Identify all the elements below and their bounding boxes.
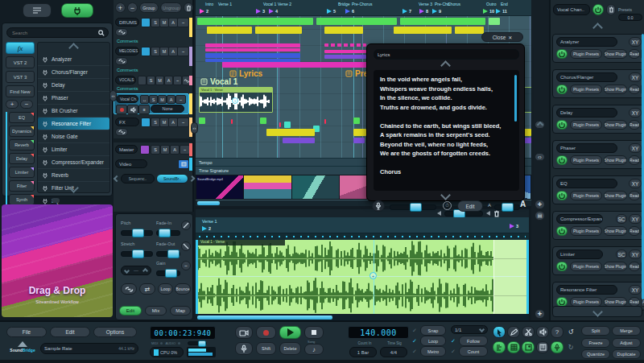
automation-button[interactable]: ~: [175, 95, 186, 104]
clip-green-small[interactable]: [199, 118, 205, 124]
browser-tab[interactable]: Find New: [6, 85, 35, 97]
timeline-marker-label[interactable]: Verse 1: [218, 2, 232, 6]
read-automation-button[interactable]: Read: [629, 49, 640, 59]
clip-purple-edge[interactable]: [524, 138, 531, 143]
loop-button[interactable]: Loop: [158, 283, 173, 295]
timeline-marker-flag[interactable]: 9: [432, 9, 441, 14]
solo-button[interactable]: S: [147, 76, 155, 85]
tabs-scroll-right[interactable]: [190, 174, 194, 184]
mute-button[interactable]: M: [155, 76, 164, 85]
comments-label[interactable]: Comments: [117, 39, 138, 43]
view-checkbox[interactable]: ✓Follow: [451, 336, 488, 346]
clip-green[interactable]: [316, 18, 397, 25]
track-input-toggle[interactable]: [141, 18, 151, 27]
plugin-list-item[interactable]: Reverb: [38, 169, 109, 182]
plugin-card[interactable]: EQ SC XY Plugin Presets Show Plugin Read…: [552, 175, 644, 204]
clip-action-button[interactable]: Freeze: [581, 338, 610, 348]
lyrics-sync-icon[interactable]: ⏱: [443, 201, 452, 210]
show-plugin-button[interactable]: Show Plugin: [604, 191, 627, 200]
arm-button[interactable]: A: [164, 76, 173, 85]
play-button[interactable]: [279, 326, 301, 339]
timeline-marker-label[interactable]: Verse 2: [278, 2, 291, 6]
show-plugin-button[interactable]: Show Plugin: [604, 155, 627, 165]
video-track-button[interactable]: [178, 159, 189, 169]
clip-red-tick[interactable]: [231, 119, 233, 124]
link-mode-button[interactable]: [121, 283, 137, 295]
browser-tab[interactable]: fx: [6, 42, 35, 54]
plugin-list-item[interactable]: Delay: [38, 79, 109, 92]
open-recorder-button[interactable]: [551, 341, 564, 353]
lyrics-scroll-down[interactable]: [367, 192, 524, 199]
clip-magenta[interactable]: [205, 43, 300, 47]
shift-button[interactable]: Shift: [256, 342, 276, 355]
arm-button[interactable]: A: [167, 95, 175, 104]
link-button[interactable]: [115, 28, 128, 36]
rack-scroll-down[interactable]: [552, 306, 642, 317]
open-pads-button[interactable]: [522, 341, 535, 353]
track-name-melodies[interactable]: MELODIES: [115, 47, 139, 56]
timeline-marker-label[interactable]: Pre-Chorus: [352, 2, 373, 6]
plugin-list-item[interactable]: Analyzer: [38, 53, 109, 66]
timeline-marker-flag[interactable]: 11: [496, 9, 507, 14]
clip-green[interactable]: [489, 18, 500, 25]
clip-yellow[interactable]: [455, 27, 484, 34]
mode-dropdown[interactable]: —: [121, 266, 151, 275]
external-record-button[interactable]: [235, 342, 253, 355]
track-name-drums[interactable]: DRUMS: [115, 18, 139, 27]
clip-lyrics-bar[interactable]: [222, 62, 370, 68]
lyrics-scroll-up[interactable]: [367, 62, 524, 69]
timeline-marker-flag[interactable]: 7: [402, 9, 411, 14]
read-automation-button[interactable]: Read: [629, 226, 640, 236]
timeline-marker-flag[interactable]: 4: [269, 9, 278, 14]
timeline-marker-flag[interactable]: 3: [256, 9, 265, 14]
show-plugin-button[interactable]: Show Plugin: [604, 120, 627, 130]
remove-track-button[interactable]: −: [127, 2, 138, 13]
timeline-marker-flag[interactable]: 6: [345, 9, 354, 14]
vocal1-clip-label[interactable]: Vocal 1: [200, 77, 237, 86]
group-tracks-button[interactable]: Group: [139, 2, 159, 13]
ungroup-tracks-button[interactable]: Ungroup: [160, 2, 182, 13]
panel-resize-handle[interactable]: [52, 198, 60, 203]
clip-green-small[interactable]: [353, 118, 360, 124]
vocal2-audio-clip-edge[interactable]: [524, 87, 531, 113]
time-display[interactable]: 00:00:23:940: [150, 326, 216, 340]
open-sequencer-button[interactable]: [507, 341, 520, 353]
timeline-marker-label[interactable]: Verse 3: [419, 2, 432, 6]
arrangement-tab-sequencer[interactable]: Sequenc..: [121, 174, 155, 184]
plugin-list-item[interactable]: Phaser: [38, 92, 109, 105]
font-size-slider[interactable]: [494, 204, 520, 210]
trash-icon[interactable]: [493, 210, 500, 217]
volume-mini-slider[interactable]: [188, 341, 207, 345]
plugin-card[interactable]: Chorus/Flanger SC XY Plugin Presets Show…: [552, 69, 644, 98]
xy-button[interactable]: XY: [629, 143, 642, 153]
view-checkbox[interactable]: ✓Count: [451, 346, 488, 357]
file-menu-button[interactable]: File: [6, 327, 47, 337]
plugin-list-item[interactable]: Chorus/Flanger: [38, 66, 109, 79]
lyrics-edit-button[interactable]: Edit: [457, 200, 483, 212]
clip-green[interactable]: [400, 18, 485, 25]
plugin-list-scroll-up[interactable]: [38, 43, 109, 53]
browser-category[interactable]: Dynamics: [9, 126, 35, 137]
plugin-picker-button[interactable]: [61, 3, 93, 18]
sidechain-button[interactable]: SC: [616, 250, 627, 259]
stop-button[interactable]: [304, 326, 324, 339]
track-vocal-channel-selected[interactable]: Vocal Ch. ↔ S M A ~ ≡ None: [114, 93, 189, 114]
browser-category[interactable]: Filter: [9, 180, 35, 192]
record-arm-button[interactable]: [116, 105, 127, 114]
preset-value-field[interactable]: 0.0: [618, 14, 642, 21]
wave-hscrollbar[interactable]: [196, 315, 529, 320]
add-button[interactable]: ✚: [535, 309, 545, 319]
transport-checkbox[interactable]: ✓Snap: [412, 325, 446, 336]
playlist-divider-handle[interactable]: ‹›: [191, 122, 198, 134]
scroll-up-button[interactable]: [535, 121, 545, 129]
read-automation-button[interactable]: Read: [629, 120, 640, 130]
transport-checkbox[interactable]: ✓Metro: [412, 346, 446, 357]
read-automation-button[interactable]: Read: [629, 155, 640, 165]
delete-button[interactable]: Delete: [279, 342, 301, 355]
link-button[interactable]: [115, 128, 128, 136]
clip-yellow-small[interactable]: [353, 129, 366, 136]
lyrics-title-field[interactable]: Lyrics: [374, 49, 519, 60]
show-plugin-button[interactable]: Show Plugin: [604, 226, 627, 236]
add-marker-button[interactable]: ✚: [535, 200, 545, 209]
plugin-presets-button[interactable]: Plugin Presets: [570, 49, 602, 59]
